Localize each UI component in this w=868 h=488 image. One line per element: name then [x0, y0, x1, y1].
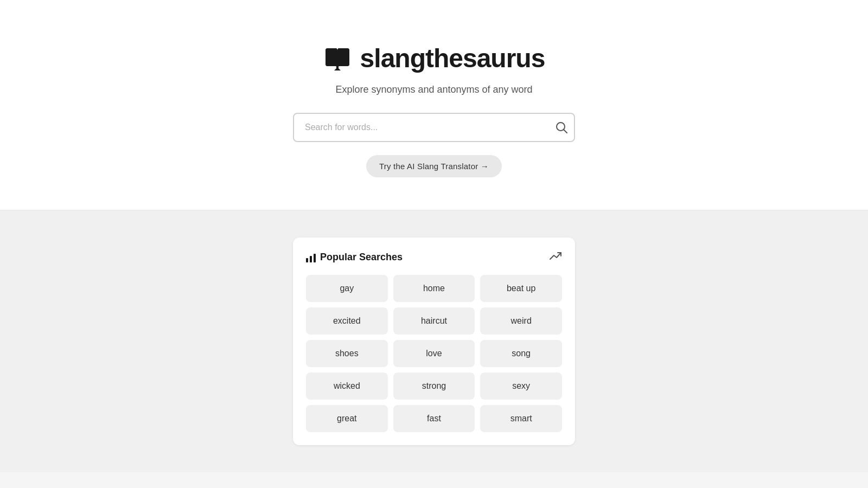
trending-arrow-icon[interactable] — [549, 251, 562, 264]
trending-icon — [306, 253, 316, 262]
tag-strong[interactable]: strong — [393, 373, 475, 400]
search-icon — [556, 121, 567, 133]
tag-love[interactable]: love — [393, 340, 475, 367]
popular-title: Popular Searches — [306, 252, 403, 263]
svg-rect-4 — [310, 256, 312, 262]
tag-great[interactable]: great — [306, 405, 388, 432]
popular-header: Popular Searches — [306, 251, 562, 264]
bottom-section: Popular Searches gay home beat up excite… — [0, 210, 868, 472]
tag-song[interactable]: song — [480, 340, 562, 367]
logo-container: slangthesaurus — [323, 43, 545, 73]
svg-rect-3 — [306, 258, 308, 262]
tag-smart[interactable]: smart — [480, 405, 562, 432]
book-icon — [323, 47, 352, 70]
svg-point-1 — [557, 123, 565, 131]
ai-translator-button[interactable]: Try the AI Slang Translator → — [366, 155, 502, 177]
tag-haircut[interactable]: haircut — [393, 307, 475, 335]
search-input[interactable] — [293, 113, 575, 142]
tag-excited[interactable]: excited — [306, 307, 388, 335]
tag-fast[interactable]: fast — [393, 405, 475, 432]
popular-title-text: Popular Searches — [320, 252, 403, 263]
tag-home[interactable]: home — [393, 275, 475, 302]
search-container — [293, 113, 575, 142]
search-button[interactable] — [556, 121, 567, 133]
popular-searches-card: Popular Searches gay home beat up excite… — [293, 237, 575, 445]
tags-grid: gay home beat up excited haircut weird s… — [306, 275, 562, 432]
svg-line-2 — [564, 130, 567, 133]
tag-shoes[interactable]: shoes — [306, 340, 388, 367]
site-title: slangthesaurus — [360, 43, 545, 73]
tag-weird[interactable]: weird — [480, 307, 562, 335]
tag-wicked[interactable]: wicked — [306, 373, 388, 400]
subtitle: Explore synonyms and antonyms of any wor… — [335, 84, 532, 95]
svg-rect-5 — [314, 254, 316, 262]
tag-beat-up[interactable]: beat up — [480, 275, 562, 302]
hero-section: slangthesaurus Explore synonyms and anto… — [0, 0, 868, 210]
tag-sexy[interactable]: sexy — [480, 373, 562, 400]
tag-gay[interactable]: gay — [306, 275, 388, 302]
